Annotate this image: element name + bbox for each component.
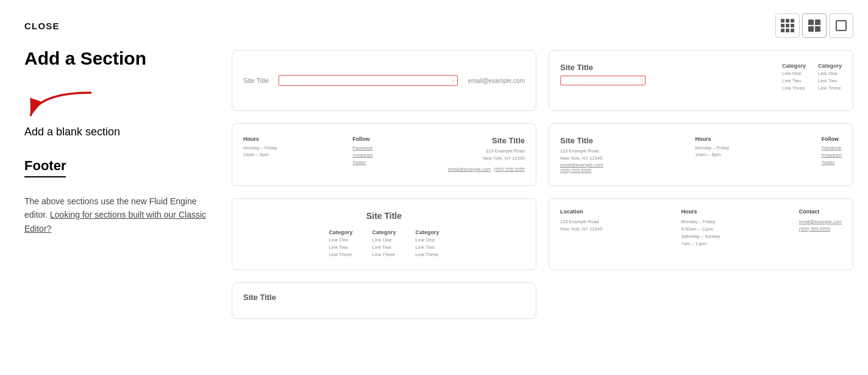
card6-location: Location 123 Example RoadNew York, NY 12…	[560, 209, 602, 233]
card4-facebook[interactable]: Facebook	[822, 145, 842, 152]
card6-contact-label: Contact	[799, 209, 842, 215]
card2-cat-header-2: Category	[818, 63, 842, 69]
card4-address: 123 Example RoadNew York, NY 12345	[560, 148, 603, 162]
template-card-4[interactable]: Site Title 123 Example RoadNew York, NY …	[549, 123, 853, 186]
card6-contact: Contact email@example.com (555) 555-5555	[799, 209, 842, 233]
card5-cat-link-1-3: Link Three	[329, 252, 352, 257]
large-grid-toggle[interactable]	[802, 13, 827, 38]
template-card-2[interactable]: Site Title Category Link One Link Two Li…	[549, 50, 853, 111]
card4-phone[interactable]: (555) 555-5555	[560, 168, 603, 173]
card5-cat-3: Category Link One Link Two Link Three	[416, 229, 439, 257]
card3-hours: Hours Monday – Friday10am – 6pm	[243, 136, 277, 159]
fluid-engine-note: The above sections use the new Fluid Eng…	[24, 195, 207, 235]
card4-hours: Hours Monday – Friday10am – 6pm	[695, 136, 729, 159]
card2-cat-link-2-2: Link Two	[818, 78, 842, 84]
blank-section-area: Add a blank section	[24, 87, 207, 138]
card1-search-x-icon: ○	[452, 77, 455, 84]
card5-cat-link-1-2: Link Two	[329, 245, 352, 250]
card6-contact-phone[interactable]: (555) 555-5555	[799, 226, 842, 233]
card3-site-title: Site Title	[448, 136, 525, 145]
blank-section-button[interactable]: Add a blank section	[24, 126, 207, 138]
classic-editor-link[interactable]: Looking for sections built with our Clas…	[24, 210, 206, 233]
card2-cat-link-1-1: Link One	[782, 71, 806, 76]
card2-left: Site Title	[560, 63, 646, 85]
card3-site-info: Site Title 123 Example RoadNew York, NY …	[448, 136, 525, 173]
card4-twitter[interactable]: Twitter	[822, 159, 842, 166]
card4-email[interactable]: email@example.com	[560, 162, 603, 168]
card4-hours-text: Monday – Friday10am – 6pm	[695, 145, 729, 159]
card4-left: Site Title 123 Example RoadNew York, NY …	[560, 136, 603, 173]
card4-follow: Follow Facebook Instagram Twitter	[822, 136, 842, 166]
template-card-5[interactable]: Site Title Category Link One Link Two Li…	[232, 198, 536, 270]
large-grid-icon	[808, 20, 820, 32]
card2-cat-col-1: Category Link One Link Two Link Three	[782, 63, 806, 91]
card6-location-text: 123 Example RoadNew York, NY 12345	[560, 218, 602, 233]
footer-label: Footer	[24, 158, 66, 177]
card2-site-title: Site Title	[560, 63, 646, 72]
card3-instagram[interactable]: Instagram	[352, 152, 372, 159]
card5-cat-2: Category Link One Link Two Link Three	[372, 229, 396, 257]
card5-cat-link-2-1: Link One	[372, 237, 396, 243]
card3-hours-label: Hours	[243, 136, 277, 142]
card5-cat-1: Category Link One Link Two Link Three	[329, 229, 352, 257]
card5-cat-header-1: Category	[329, 229, 352, 235]
card3-hours-text: Monday – Friday10am – 6pm	[243, 145, 277, 159]
small-grid-icon	[781, 19, 794, 32]
card1-email: email@example.com	[468, 77, 525, 84]
square-icon	[836, 20, 847, 31]
card1-site-title: Site Title	[243, 77, 269, 84]
card5-site-title: Site Title	[366, 211, 402, 221]
card5-cat-link-3-2: Link Two	[416, 245, 439, 250]
content-area: Site Title ○ email@example.com Site Titl…	[232, 48, 868, 374]
card2-cat-link-1-2: Link Two	[782, 78, 806, 84]
card5-cat-header-2: Category	[372, 229, 396, 235]
card6-hours-text: Monday – Friday6:30am – 11pmSaturday – S…	[681, 218, 720, 248]
card2-cat-col-2: Category Link One Link Two Link Three	[818, 63, 842, 91]
card4-instagram[interactable]: Instagram	[822, 152, 842, 159]
card3-phone[interactable]: (555) 555-5555	[494, 166, 525, 172]
card2-inner: Site Title Category Link One Link Two Li…	[560, 63, 842, 91]
card2-search-bar	[560, 76, 646, 85]
template-card-6[interactable]: Location 123 Example RoadNew York, NY 12…	[549, 198, 853, 270]
single-view-toggle[interactable]	[829, 13, 853, 38]
view-toggles	[775, 13, 853, 38]
card3-address: 123 Example RoadNew York, NY 12345	[448, 148, 525, 162]
card5-cat-link-3-1: Link One	[416, 237, 439, 243]
card3-twitter[interactable]: Twitter	[352, 159, 372, 166]
card2-cat-header-1: Category	[782, 63, 806, 69]
top-bar: CLOSE	[0, 0, 868, 48]
card6-hours: Hours Monday – Friday6:30am – 11pmSaturd…	[681, 209, 720, 248]
sidebar: Add a Section Add a blank section Footer…	[0, 48, 232, 374]
template-card-1[interactable]: Site Title ○ email@example.com	[232, 50, 536, 111]
main-layout: Add a Section Add a blank section Footer…	[0, 48, 868, 374]
card3-facebook[interactable]: Facebook	[352, 145, 372, 152]
card6-location-label: Location	[560, 209, 602, 215]
card1-search-bar: ○	[279, 75, 458, 86]
card4-follow-label: Follow	[822, 136, 842, 142]
template-card-7[interactable]: Site Title	[232, 282, 536, 319]
template-card-3[interactable]: Hours Monday – Friday10am – 6pm Follow F…	[232, 123, 536, 186]
card5-cat-link-3-3: Link Three	[416, 252, 439, 257]
page-title: Add a Section	[24, 48, 207, 70]
card5-categories: Category Link One Link Two Link Three Ca…	[329, 229, 439, 257]
card7-site-title: Site Title	[243, 293, 525, 302]
blank-section-arrow	[24, 87, 98, 123]
card4-site-title: Site Title	[560, 136, 603, 145]
card4-hours-label: Hours	[695, 136, 729, 142]
card2-cat-link-2-3: Link Three	[818, 85, 842, 91]
card5-cat-link-2-3: Link Three	[372, 252, 396, 257]
card3-follow: Follow Facebook Instagram Twitter	[352, 136, 372, 166]
card6-contact-email[interactable]: email@example.com	[799, 218, 842, 226]
card5-cat-header-3: Category	[416, 229, 439, 235]
card2-cat-link-2-1: Link One	[818, 71, 842, 76]
small-grid-toggle[interactable]	[775, 13, 800, 38]
card3-follow-label: Follow	[352, 136, 372, 142]
card6-hours-label: Hours	[681, 209, 720, 215]
close-button[interactable]: CLOSE	[24, 21, 60, 31]
card5-cat-link-2-2: Link Two	[372, 245, 396, 250]
card3-email[interactable]: email@example.com	[448, 166, 491, 172]
card2-cat-link-1-3: Link Three	[782, 85, 806, 91]
card5-cat-link-1-1: Link One	[329, 237, 352, 243]
card2-categories: Category Link One Link Two Link Three Ca…	[782, 63, 842, 91]
footer-section: Footer The above sections use the new Fl…	[24, 158, 207, 235]
